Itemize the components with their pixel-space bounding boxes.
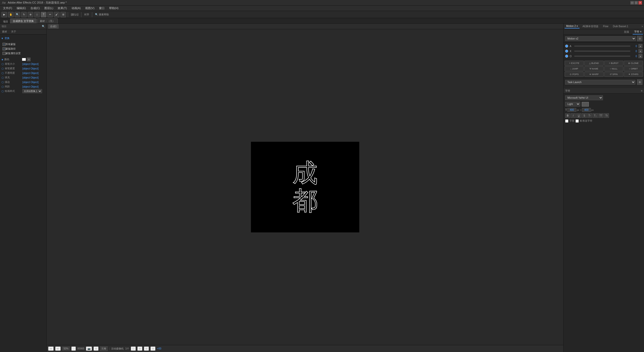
motion-btn-name[interactable]: ∀ NAME xyxy=(584,66,603,71)
brush-size-value[interactable]: [object Object] xyxy=(22,63,45,65)
opacity-value[interactable]: [object Object] xyxy=(22,72,45,75)
viewer-transparency[interactable]: ⊞ xyxy=(93,346,99,351)
tool-brush[interactable]: 🖌 xyxy=(54,12,59,17)
transform-section-header[interactable]: ▼ 变换 xyxy=(1,36,45,41)
font-name-select[interactable]: Microsoft YaHei UI xyxy=(565,95,603,100)
format-italic[interactable]: I xyxy=(571,113,576,118)
task-launch-btn[interactable]: ⚙ xyxy=(637,79,642,85)
viewer-play-prev[interactable]: ⏮ xyxy=(48,346,54,351)
tool-pen[interactable]: ✏ xyxy=(47,12,53,17)
motion-knob-a[interactable] xyxy=(565,45,568,48)
motion-knob-x[interactable] xyxy=(565,50,568,53)
motion-slider-o[interactable] xyxy=(574,56,630,57)
font-color-btn[interactable] xyxy=(582,102,589,107)
motion-btn-blend[interactable]: △ BLEND xyxy=(584,61,603,66)
menu-item-anim[interactable]: 动画(A) xyxy=(70,6,83,11)
motion-btn-excite[interactable]: + EXCITE xyxy=(565,61,584,66)
color-eyedropper[interactable]: ⊙ xyxy=(27,58,30,61)
motion-arrow-a[interactable]: ▲ xyxy=(638,44,642,48)
fill-value[interactable]: [object Object] xyxy=(22,76,45,79)
motion-btn-orbit[interactable]: ○ ORBIT xyxy=(624,66,643,71)
motion-version-select[interactable]: Motion v2 xyxy=(565,36,636,41)
rp-tab-motion2[interactable]: Motion 2 ≡ xyxy=(565,24,579,28)
viewer-resolution[interactable]: □ xyxy=(71,346,76,351)
font-style-select[interactable]: Light xyxy=(565,102,580,107)
format-strikethrough[interactable]: S xyxy=(582,113,587,118)
motion-btn-jump[interactable]: ↓ JUMP xyxy=(565,66,584,71)
motion-btn-null[interactable]: ○ NULL xyxy=(604,66,623,71)
viewer-channel[interactable]: ⊕ xyxy=(150,346,155,351)
checkbox-mask-path[interactable]: ✓ xyxy=(3,47,6,50)
comp-tab-active[interactable]: 合成拼合 文字变换 xyxy=(10,18,37,23)
motion-slider-a[interactable] xyxy=(574,46,630,47)
brush-hardness-value[interactable]: [object Object] xyxy=(22,67,45,70)
viewer-snapshot[interactable]: 📷 xyxy=(86,346,92,351)
rp-expand-btn[interactable]: » xyxy=(641,25,643,28)
motion-arrow-x[interactable]: ▲ xyxy=(638,49,642,53)
format-smallcaps[interactable]: Tt xyxy=(604,113,609,118)
ligature-checkbox[interactable] xyxy=(565,119,568,123)
stroke-value[interactable]: [object Object] xyxy=(22,81,45,84)
menu-item-comp[interactable]: 合成(C) xyxy=(28,6,42,11)
viewer-region[interactable]: ⊡ xyxy=(131,346,136,351)
format-bold[interactable]: B xyxy=(565,113,570,118)
checkbox-mask-all[interactable]: ✓ xyxy=(3,43,6,46)
tool-camera[interactable]: ⊕ xyxy=(28,12,33,17)
font-size-input[interactable] xyxy=(567,108,576,112)
tool-puppet[interactable]: ⊞ xyxy=(60,12,66,17)
motion-settings-btn[interactable]: ⚙ xyxy=(637,36,642,41)
menu-item-edit[interactable]: 编辑(E) xyxy=(15,6,28,11)
paint-style-select[interactable]: 在原始图像上 xyxy=(22,89,42,93)
motion-btn-warp[interactable]: ≋ WARP xyxy=(584,72,603,77)
char-panel-options[interactable]: ≡ xyxy=(641,89,642,92)
motion-slider-x[interactable] xyxy=(574,51,630,52)
motion-btn-clone[interactable]: ⊕ CLONE xyxy=(624,61,643,66)
spacing-value[interactable]: [object Object] xyxy=(22,85,45,88)
tool-hand[interactable]: ✋ xyxy=(8,12,14,17)
lp-tab-material[interactable]: 素材 xyxy=(0,29,9,34)
tool-zoom[interactable]: 🔍 xyxy=(15,12,20,17)
menu-item-effect[interactable]: 效果(T) xyxy=(56,6,69,11)
char-tab[interactable]: 字符 ≡ xyxy=(633,29,643,34)
task-launch-select[interactable]: Task Launch xyxy=(565,80,635,85)
viewer-zoom-label[interactable]: 50% xyxy=(62,347,70,350)
font-leading-input[interactable] xyxy=(582,108,591,112)
viewer-reset-btn[interactable]: +00 xyxy=(157,347,161,350)
para-tab[interactable]: 段落 xyxy=(623,30,631,34)
left-panel-search[interactable]: 🔍 xyxy=(42,25,45,28)
tool-select[interactable]: ▶ xyxy=(2,12,7,17)
std-liga-checkbox[interactable] xyxy=(575,119,579,123)
format-allcaps[interactable]: TT xyxy=(598,113,603,118)
viewer-quality-label[interactable]: 完整 xyxy=(100,346,108,351)
rp-tab-duik[interactable]: Duik Bassel.1 xyxy=(611,24,630,28)
tool-shape[interactable]: □ xyxy=(34,12,40,17)
viewer-tab-label[interactable]: 合成1 xyxy=(48,24,59,29)
color-swatch-white[interactable] xyxy=(22,58,26,61)
viewer-camera-mode[interactable]: 活动摄像机 xyxy=(111,347,124,350)
lp-tab-about[interactable]: 关于 xyxy=(9,29,18,34)
viewer-play-next[interactable]: ⏭ xyxy=(55,346,61,351)
motion-btn-pops[interactable]: ⊙ POPS xyxy=(565,72,584,77)
menu-item-layer[interactable]: 图层(L) xyxy=(42,6,55,11)
motion-knob-o[interactable] xyxy=(565,55,568,58)
checkbox-mask-props[interactable] xyxy=(3,52,6,55)
motion-btn-spin[interactable]: ↺ SPIN xyxy=(604,72,623,77)
menu-item-window[interactable]: 窗口 xyxy=(97,6,107,11)
motion-arrow-o[interactable]: ▲ xyxy=(638,54,642,58)
tool-rotate[interactable]: ↻ xyxy=(21,12,27,17)
material-tab[interactable]: 素材：（无） xyxy=(37,18,58,23)
menu-item-view[interactable]: 视图(V) xyxy=(83,6,96,11)
format-subscript[interactable]: T↓ xyxy=(593,113,598,118)
tool-text[interactable]: T xyxy=(41,12,46,17)
minimize-button[interactable]: — xyxy=(630,1,634,5)
motion-btn-stars[interactable]: ✦ STARS xyxy=(624,72,643,77)
menu-item-file[interactable]: 文件(F) xyxy=(1,6,14,11)
format-superscript[interactable]: T↑ xyxy=(587,113,592,118)
motion-btn-burst[interactable]: + BURST xyxy=(604,61,623,66)
viewer-masks[interactable]: ⊗ xyxy=(137,346,142,351)
maximize-button[interactable]: □ xyxy=(634,1,638,5)
viewer-grid[interactable]: ⊞ xyxy=(144,346,149,351)
close-button[interactable]: ✕ xyxy=(638,1,642,5)
format-underline[interactable]: U xyxy=(576,113,581,118)
rp-tab-ae-scripts[interactable]: AE脚本管理器 xyxy=(581,24,600,29)
